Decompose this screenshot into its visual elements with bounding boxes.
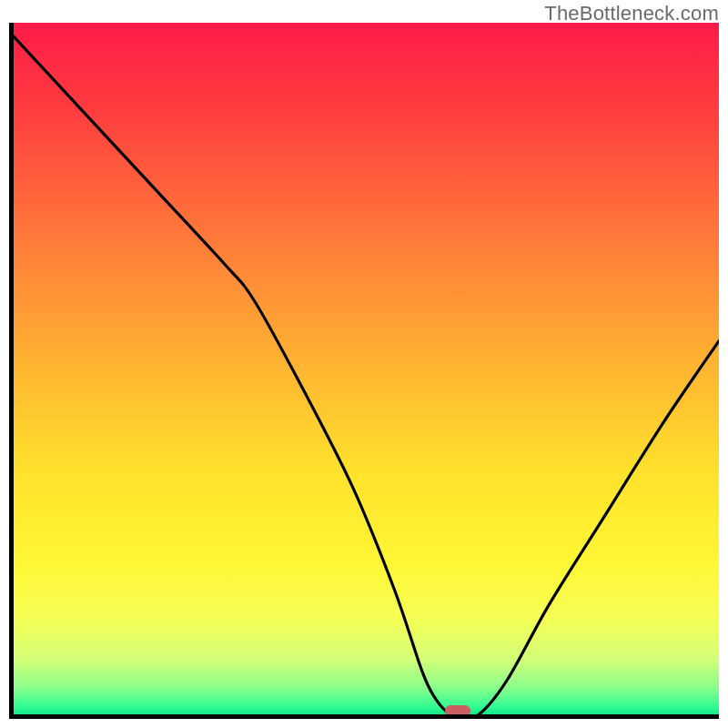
bottleneck-curve bbox=[14, 23, 719, 714]
optimal-marker bbox=[445, 705, 470, 716]
watermark-text: TheBottleneck.com bbox=[544, 2, 719, 25]
plot-area bbox=[9, 23, 719, 719]
chart-frame: TheBottleneck.com bbox=[0, 0, 728, 728]
